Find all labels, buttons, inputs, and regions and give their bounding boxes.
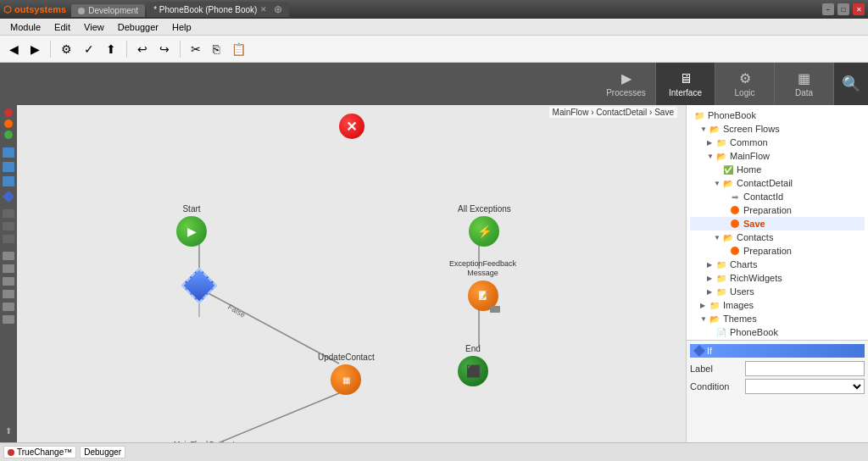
tool-icon-7[interactable] [3,252,14,260]
tab-plus-icon[interactable]: ⊕ [274,3,282,15]
app-logo: ⬡ outsystems [3,4,66,15]
data-label: Data [795,88,813,97]
condition-field-label: Condition [690,381,745,392]
tool-expand-icon[interactable]: ⬆ [5,426,12,436]
screen-flows-icon: 📂 [709,123,721,135]
tool-icon-4[interactable] [3,209,14,218]
tree-item-preparation[interactable]: Preparation [690,203,865,217]
themes-icon: 📂 [709,313,721,325]
tree-item-phonebook-theme[interactable]: 📄 PhoneBook [690,325,865,339]
menu-view[interactable]: View [77,20,111,34]
tree-item-users[interactable]: ▶ 📁 Users [690,285,865,298]
start-circle[interactable]: ▶ [176,216,207,247]
contactdetail-icon: 📂 [722,177,734,189]
all-exceptions-circle[interactable]: ⚡ [469,216,499,247]
tree-item-themes[interactable]: ▼ 📂 Themes [690,312,865,325]
tree-item-charts[interactable]: ▶ 📁 Charts [690,258,865,271]
canvas-close-button[interactable]: ✕ [339,114,364,139]
contacts-icon: 📂 [722,231,734,243]
tab-logic[interactable]: ⚙ Logic [715,63,775,105]
tool-icon-11[interactable] [3,303,14,311]
tree-item-richwidgets[interactable]: ▶ 📁 RichWidgets [690,271,865,285]
save-icon [729,218,741,230]
paste-button[interactable]: 📋 [227,40,250,58]
tree-item-save[interactable]: Save [690,217,865,230]
tree-root[interactable]: 📁 PhoneBook [690,108,865,122]
images-icon: 📁 [709,299,721,311]
tree-item-images[interactable]: ▶ 📁 Images [690,298,865,312]
tool-icon-2[interactable] [3,162,14,172]
contacts-prep-icon [729,245,741,257]
mainflow-label: MainFlow [730,151,770,161]
menu-edit[interactable]: Edit [47,20,77,34]
tree-item-contactid[interactable]: ➡ ContactId [690,190,865,203]
tab-development[interactable]: Development [71,4,145,17]
end-circle[interactable]: ⬛ [458,356,488,386]
toolbar-separator-3 [180,41,181,58]
tool-icon-6[interactable] [3,235,14,243]
tree-item-home[interactable]: ✅ Home [690,163,865,176]
flow-canvas[interactable]: MainFlow › ContactDetail › Save ✕ False [17,105,686,442]
tool-icon-8[interactable] [3,264,14,273]
update-contact-circle[interactable]: ▦ [331,364,361,395]
debugger-button[interactable]: Debugger [80,446,125,458]
true-change-button[interactable]: TrueChange™ [3,446,76,458]
tool-icon-1[interactable] [3,147,14,158]
tree-item-mainflow[interactable]: ▼ 📂 MainFlow [690,149,865,163]
tool-icon-10[interactable] [3,290,14,298]
tree-item-screen-flows[interactable]: ▼ 📂 Screen Flows [690,122,865,136]
tool-icon-3[interactable] [3,176,14,186]
toolbar-separator-2 [126,41,127,58]
copy-button[interactable]: ⎘ [209,40,224,58]
toolbar-separator-1 [50,41,51,58]
undo-button[interactable]: ↩ [133,40,152,58]
preparation-icon [729,204,741,216]
condition-select[interactable] [745,379,865,394]
tree-item-contactdetail[interactable]: ▼ 📂 ContactDetail [690,176,865,190]
tree-item-common[interactable]: ▶ 📁 Common [690,136,865,149]
contactdetail-chevron-icon: ▼ [714,180,721,187]
if-diamond-icon [693,345,705,357]
tool-icon-12[interactable] [3,315,14,324]
tool-green[interactable] [4,131,13,139]
label-input[interactable] [745,361,865,376]
if-node[interactable] [186,273,212,298]
tab-data[interactable]: ▦ Data [775,63,834,105]
contactdetail-label: ContactDetail [737,178,793,188]
status-bar: TrueChange™ Debugger [0,442,868,461]
forward-button[interactable]: ▶ [26,40,44,58]
tool-diamond-icon[interactable] [3,191,14,203]
logic-icon: ⚙ [739,70,751,86]
redo-button[interactable]: ↪ [155,40,174,58]
menu-help[interactable]: Help [165,20,198,34]
home-page-icon: ✅ [722,164,734,175]
tool-orange[interactable] [4,119,13,128]
back-button[interactable]: ◀ [5,40,23,58]
images-label: Images [723,300,754,310]
tree-item-contacts[interactable]: ▼ 📂 Contacts [690,230,865,244]
maximize-button[interactable]: □ [837,3,849,15]
tab-close-icon[interactable]: ✕ [260,5,267,14]
tab-interface[interactable]: 🖥 Interface [656,63,715,105]
cut-button[interactable]: ✂ [186,40,205,58]
settings-button[interactable]: ⚙ [57,40,76,58]
menu-debugger[interactable]: Debugger [111,20,165,34]
minimize-button[interactable]: − [822,3,834,15]
search-button[interactable]: 🔍 [834,63,868,105]
check-button[interactable]: ✓ [80,40,98,58]
exception-feedback-circle[interactable]: 📝 [468,280,498,311]
close-button[interactable]: ✕ [853,3,865,15]
publish-button[interactable]: ⬆ [102,40,120,58]
tree-item-contacts-preparation[interactable]: Preparation [690,244,865,258]
svg-line-2 [199,393,339,442]
tool-icon-5[interactable] [3,222,14,230]
tab-phonebook[interactable]: * PhoneBook (Phone Book) ✕ ⊕ [147,2,289,17]
contacts-chevron-icon: ▼ [714,234,721,242]
tool-red[interactable] [4,108,13,117]
tab-processes[interactable]: ▶ Processes [597,63,656,105]
tool-icon-9[interactable] [3,277,14,286]
tree-root-label: PhoneBook [708,110,756,120]
properties-panel: If Label Condition [687,341,868,442]
chevron-right-icon: ▶ [707,139,714,147]
menu-module[interactable]: Module [3,20,47,34]
